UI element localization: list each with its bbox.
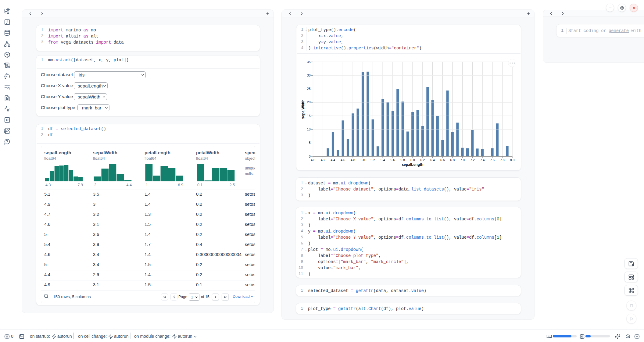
svg-text:6.8: 6.8 bbox=[450, 158, 455, 162]
svg-text:5.4: 5.4 bbox=[381, 158, 385, 162]
svg-text:4.6: 4.6 bbox=[341, 158, 345, 162]
svg-text:5.0: 5.0 bbox=[361, 158, 365, 162]
svg-text:5.8: 5.8 bbox=[400, 158, 405, 162]
svg-text:7.2: 7.2 bbox=[470, 158, 475, 162]
svg-text:4.2: 4.2 bbox=[321, 158, 325, 162]
svg-text:6.4: 6.4 bbox=[430, 158, 435, 162]
svg-text:4.0: 4.0 bbox=[311, 158, 315, 162]
svg-text:7.6: 7.6 bbox=[490, 158, 495, 162]
svg-text:5.2: 5.2 bbox=[370, 158, 375, 162]
svg-text:25: 25 bbox=[307, 87, 311, 91]
svg-text:35: 35 bbox=[307, 60, 311, 64]
svg-text:7.0: 7.0 bbox=[460, 158, 465, 162]
svg-text:4.8: 4.8 bbox=[351, 158, 355, 162]
svg-text:6.6: 6.6 bbox=[440, 158, 445, 162]
svg-text:8.0: 8.0 bbox=[510, 158, 515, 162]
svg-text:sepalWidth: sepalWidth bbox=[301, 99, 305, 119]
svg-text:5: 5 bbox=[309, 141, 311, 144]
svg-text:sepalLength: sepalLength bbox=[402, 162, 424, 167]
svg-text:7.8: 7.8 bbox=[500, 158, 505, 162]
svg-text:10: 10 bbox=[307, 127, 311, 131]
svg-text:0: 0 bbox=[309, 155, 311, 158]
svg-text:4.4: 4.4 bbox=[331, 158, 335, 162]
svg-text:30: 30 bbox=[307, 73, 311, 77]
svg-text:6.0: 6.0 bbox=[410, 158, 415, 162]
svg-text:20: 20 bbox=[307, 100, 311, 104]
svg-text:6.2: 6.2 bbox=[420, 158, 425, 162]
svg-text:15: 15 bbox=[307, 114, 311, 118]
svg-text:7.4: 7.4 bbox=[480, 158, 485, 162]
svg-text:5.6: 5.6 bbox=[391, 158, 395, 162]
